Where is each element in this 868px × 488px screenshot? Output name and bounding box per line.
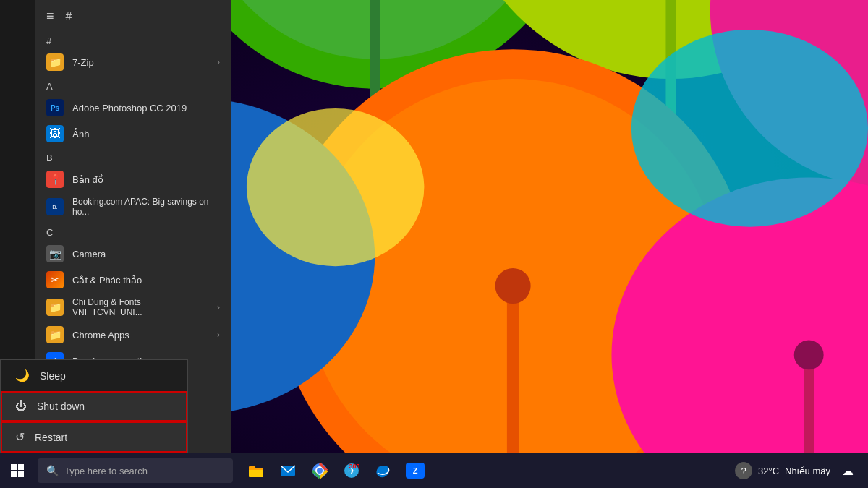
app-name-chidung: Chi Dung & Fonts VNI_TCVN_UNI...	[72, 297, 208, 317]
shutdown-icon: ⏻	[15, 400, 27, 413]
svg-text:303: 303	[349, 463, 359, 470]
taskbar-file-explorer[interactable]	[242, 456, 271, 485]
svg-point-16	[495, 268, 531, 304]
app-icon-chidung: 📁	[46, 299, 64, 316]
app-icon-booking: B.	[46, 198, 64, 215]
weather-display: Nhiều mây	[785, 466, 830, 476]
system-tray: ? 32°C Nhiều mây ☁	[735, 459, 868, 482]
svg-rect-22	[18, 471, 24, 477]
weather-icon: ☁	[836, 459, 859, 482]
app-icon-bandog: 📍	[46, 171, 64, 188]
chrome-icon	[312, 463, 328, 479]
taskbar: 🔍 Type here to search	[0, 453, 868, 488]
app-item-anh[interactable]: 🖼 Ảnh	[35, 121, 231, 147]
app-name-photoshop: Adobe Photoshop CC 2019	[72, 103, 187, 114]
section-header-a: A	[35, 75, 231, 95]
taskbar-edge[interactable]	[369, 456, 398, 485]
taskbar-telegram[interactable]: ✈ 303	[337, 456, 366, 485]
app-item-chromeapps[interactable]: 📁 Chrome Apps ›	[35, 322, 231, 348]
app-item-booking[interactable]: B. Booking.com APAC: Big savings on ho..…	[35, 192, 231, 221]
svg-point-11	[631, 30, 868, 227]
taskbar-pinned-apps: ✈ 303 Z	[242, 456, 430, 485]
hamburger-icon[interactable]: ≡	[46, 9, 54, 24]
app-icon-camera: 📷	[46, 245, 64, 262]
app-icon-chromeapps: 📁	[46, 326, 64, 343]
search-placeholder: Type here to search	[64, 466, 148, 476]
windows-logo-icon	[10, 463, 25, 478]
taskbar-zalo[interactable]: Z	[401, 456, 430, 485]
app-item-bandog[interactable]: 📍 Bản đồ	[35, 166, 231, 192]
start-button[interactable]	[0, 453, 35, 488]
power-item-restart[interactable]: ↺ Restart	[1, 421, 187, 453]
app-name-catphacthao: Cắt & Phác thảo	[72, 275, 142, 286]
taskbar-chrome[interactable]	[305, 456, 334, 485]
app-name-camera: Camera	[72, 249, 106, 260]
app-name-chromeapps: Chrome Apps	[72, 330, 129, 341]
app-name-anh: Ảnh	[72, 129, 89, 140]
power-item-shutdown[interactable]: ⏻ Shut down	[1, 391, 187, 421]
restart-icon: ↺	[15, 430, 25, 444]
svg-point-27	[317, 468, 323, 474]
svg-point-18	[794, 340, 824, 369]
file-explorer-icon	[248, 463, 264, 478]
app-icon-anh: 🖼	[46, 125, 64, 142]
power-menu: 🌙 Sleep ⏻ Shut down ↺ Restart	[0, 359, 188, 453]
taskbar-mail[interactable]	[273, 456, 302, 485]
shutdown-label: Shut down	[37, 401, 85, 412]
section-header-hash: #	[35, 30, 231, 49]
svg-rect-20	[18, 464, 24, 470]
search-icon: 🔍	[46, 465, 59, 476]
hash-icon[interactable]: #	[66, 10, 72, 23]
sleep-icon: 🌙	[15, 369, 30, 382]
zalo-logo: Z	[406, 463, 425, 479]
power-item-sleep[interactable]: 🌙 Sleep	[1, 360, 187, 391]
app-name-bandog: Bản đồ	[72, 174, 103, 185]
telegram-icon: ✈ 303	[344, 463, 359, 479]
app-item-7zip[interactable]: 📁 7-Zip ›	[35, 49, 231, 75]
search-bar[interactable]: 🔍 Type here to search	[38, 458, 233, 483]
svg-rect-21	[11, 471, 17, 477]
edge-icon	[375, 463, 391, 479]
svg-rect-19	[11, 464, 17, 470]
app-item-chidung[interactable]: 📁 Chi Dung & Fonts VNI_TCVN_UNI... ›	[35, 293, 231, 322]
app-item-photoshop[interactable]: Ps Adobe Photoshop CC 2019	[35, 95, 231, 121]
app-list-header: ≡ #	[35, 0, 231, 30]
app-name-booking: Booking.com APAC: Big savings on ho...	[72, 197, 220, 217]
app-item-catphacthao[interactable]: ✂ Cắt & Phác thảo	[35, 267, 231, 293]
chevron-icon-7zip: ›	[217, 57, 220, 67]
temperature-display: 32°C	[758, 466, 779, 476]
app-icon-catphacthao: ✂	[46, 271, 64, 288]
section-header-b: B	[35, 147, 231, 166]
app-item-camera[interactable]: 📷 Camera	[35, 241, 231, 267]
svg-point-12	[247, 108, 424, 266]
chevron-icon-chidung: ›	[217, 302, 220, 312]
app-icon-7zip: 📁	[46, 53, 64, 71]
section-header-c: C	[35, 221, 231, 241]
app-name-7zip: 7-Zip	[72, 57, 94, 68]
help-icon[interactable]: ?	[735, 462, 752, 479]
app-icon-photoshop: Ps	[46, 99, 64, 116]
mail-icon	[280, 463, 296, 478]
chevron-icon-chromeapps: ›	[217, 330, 220, 340]
sleep-label: Sleep	[40, 370, 66, 382]
restart-label: Restart	[35, 432, 67, 443]
